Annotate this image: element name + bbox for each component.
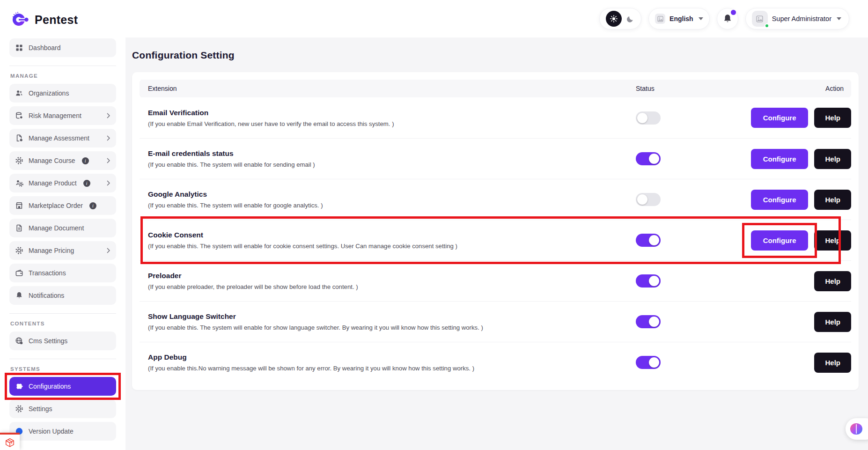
configure-button[interactable]: Configure bbox=[751, 230, 809, 251]
extension-row-e-mail-credentials-status: E-mail credentials status (If you enable… bbox=[140, 138, 851, 179]
sidebar-item-manage-product[interactable]: Manage Product i bbox=[9, 174, 116, 192]
column-action: Action bbox=[706, 85, 851, 92]
info-badge-icon: i bbox=[82, 157, 89, 164]
help-button[interactable]: Help bbox=[814, 312, 851, 332]
info-badge-icon: i bbox=[89, 202, 96, 209]
store-icon bbox=[15, 201, 23, 210]
users-icon bbox=[15, 89, 23, 97]
avatar bbox=[752, 11, 768, 27]
sidebar-item-dashboard[interactable]: Dashboard bbox=[9, 38, 116, 57]
sidebar-section-label: MANAGE bbox=[10, 73, 116, 79]
status-toggle[interactable] bbox=[636, 274, 661, 288]
globe-gear-icon bbox=[15, 337, 23, 345]
topbar: English Super Administrator bbox=[125, 0, 868, 37]
status-toggle[interactable] bbox=[636, 111, 661, 125]
sidebar-item-manage-assessment[interactable]: Manage Assessment bbox=[9, 129, 116, 148]
extension-row-email-verification: Email Verification (If you enable Email … bbox=[140, 97, 851, 138]
database-gear-icon bbox=[15, 111, 23, 120]
extension-description: (If you enable preloader, the preloader … bbox=[148, 283, 626, 290]
configure-button[interactable]: Configure bbox=[751, 149, 809, 169]
user-menu[interactable]: Super Administrator bbox=[745, 8, 849, 30]
main-content: Configuration Setting Extension Status A… bbox=[125, 37, 868, 450]
status-toggle[interactable] bbox=[636, 152, 661, 165]
extension-name: Google Analytics bbox=[148, 190, 626, 199]
extension-row-preloader: Preloader (If you enable preloader, the … bbox=[140, 260, 851, 301]
brand-logo[interactable]: Pentest bbox=[10, 7, 116, 32]
configuration-table-card: Extension Status Action Email Verificati… bbox=[132, 72, 859, 390]
sidebar-item-settings[interactable]: Settings bbox=[9, 399, 116, 418]
user-name: Super Administrator bbox=[772, 15, 831, 22]
sidebar-item-configurations[interactable]: Configurations bbox=[9, 377, 116, 396]
extension-description: (If you enable this. The system will ena… bbox=[148, 243, 626, 250]
wallet-icon bbox=[15, 269, 23, 277]
sidebar-item-manage-document[interactable]: Manage Document bbox=[9, 219, 116, 237]
extension-name: App Debug bbox=[148, 353, 626, 361]
extension-row-cookie-consent: Cookie Consent (If you enable this. The … bbox=[140, 220, 851, 260]
status-toggle[interactable] bbox=[636, 234, 661, 247]
laravel-icon bbox=[5, 437, 15, 448]
sidebar-item-version-update[interactable]: Version Update bbox=[9, 422, 116, 441]
file-icon bbox=[15, 224, 23, 232]
sidebar-divider bbox=[9, 66, 116, 66]
language-selector[interactable]: English bbox=[648, 8, 710, 30]
status-toggle[interactable] bbox=[636, 193, 661, 206]
table-body: Email Verification (If you enable Email … bbox=[140, 97, 851, 383]
online-status-dot bbox=[765, 23, 769, 28]
sidebar-section-label: SYSTEMS bbox=[10, 366, 116, 372]
sidebar-item-organizations[interactable]: Organizations bbox=[9, 84, 116, 103]
extension-name: E-mail credentials status bbox=[148, 149, 626, 158]
help-button[interactable]: Help bbox=[814, 190, 851, 210]
sidebar-item-notifications[interactable]: Notifications bbox=[9, 286, 116, 305]
extension-name: Email Verification bbox=[148, 109, 626, 117]
info-badge-icon: i bbox=[83, 180, 90, 187]
help-button[interactable]: Help bbox=[814, 108, 851, 128]
extension-row-google-analytics: Google Analytics (If you enable this. Th… bbox=[140, 179, 851, 220]
status-toggle[interactable] bbox=[636, 356, 661, 369]
grid-icon bbox=[15, 44, 23, 52]
help-button[interactable]: Help bbox=[814, 353, 851, 373]
extension-description: (If you enable Email Verification, new u… bbox=[148, 120, 626, 127]
brand-logo-icon bbox=[10, 10, 30, 30]
puzzle-icon bbox=[15, 382, 23, 391]
extension-row-show-language-switcher: Show Language Switcher (If you enable th… bbox=[140, 301, 851, 342]
chevron-right-icon bbox=[107, 113, 110, 118]
extension-description: (If you enable this. The system will ena… bbox=[148, 324, 626, 331]
notifications-button[interactable] bbox=[717, 8, 738, 30]
help-button[interactable]: Help bbox=[814, 149, 851, 169]
bell-icon bbox=[15, 291, 23, 300]
help-button[interactable]: Help bbox=[814, 230, 851, 251]
column-extension: Extension bbox=[140, 85, 636, 92]
configure-button[interactable]: Configure bbox=[751, 190, 809, 210]
image-placeholder-icon bbox=[756, 15, 763, 22]
theme-toggle[interactable] bbox=[599, 8, 641, 30]
moon-icon[interactable] bbox=[626, 15, 635, 23]
sidebar-item-marketplace-order[interactable]: Marketplace Order i bbox=[9, 196, 116, 215]
sidebar-item-manage-pricing[interactable]: Manage Pricing bbox=[9, 241, 116, 260]
sun-icon[interactable] bbox=[606, 11, 622, 27]
extension-name: Show Language Switcher bbox=[148, 312, 626, 321]
sidebar-divider bbox=[9, 359, 116, 359]
sidebar-item-transactions[interactable]: Transactions bbox=[9, 264, 116, 282]
extension-description: (If you enable this.No warning message w… bbox=[148, 365, 626, 372]
sidebar-item-manage-course[interactable]: Manage Course i bbox=[9, 151, 116, 170]
browser-extension-button[interactable] bbox=[846, 418, 868, 440]
brain-extension-icon bbox=[850, 423, 862, 435]
chevron-right-icon bbox=[107, 248, 110, 253]
status-toggle[interactable] bbox=[636, 315, 661, 328]
gear-icon bbox=[15, 405, 23, 413]
sidebar-item-risk-management[interactable]: Risk Management bbox=[9, 106, 116, 125]
help-button[interactable]: Help bbox=[814, 271, 851, 291]
configure-button[interactable]: Configure bbox=[751, 108, 809, 128]
extension-description: (If you enable this. The system will ena… bbox=[148, 161, 626, 168]
page-title: Configuration Setting bbox=[132, 50, 859, 61]
extension-name: Preloader bbox=[148, 272, 626, 280]
sidebar: Pentest Dashboard MANAGE Organizations R… bbox=[0, 0, 125, 450]
dev-tool-badge[interactable] bbox=[0, 433, 20, 450]
chevron-right-icon bbox=[107, 180, 110, 186]
extension-name: Cookie Consent bbox=[148, 231, 626, 239]
extension-row-app-debug: App Debug (If you enable this.No warning… bbox=[140, 342, 851, 383]
sidebar-divider bbox=[9, 313, 116, 314]
chevron-down-icon bbox=[699, 17, 703, 20]
sidebar-item-cms-settings[interactable]: Cms Settings bbox=[9, 332, 116, 350]
brand-name: Pentest bbox=[35, 13, 78, 27]
